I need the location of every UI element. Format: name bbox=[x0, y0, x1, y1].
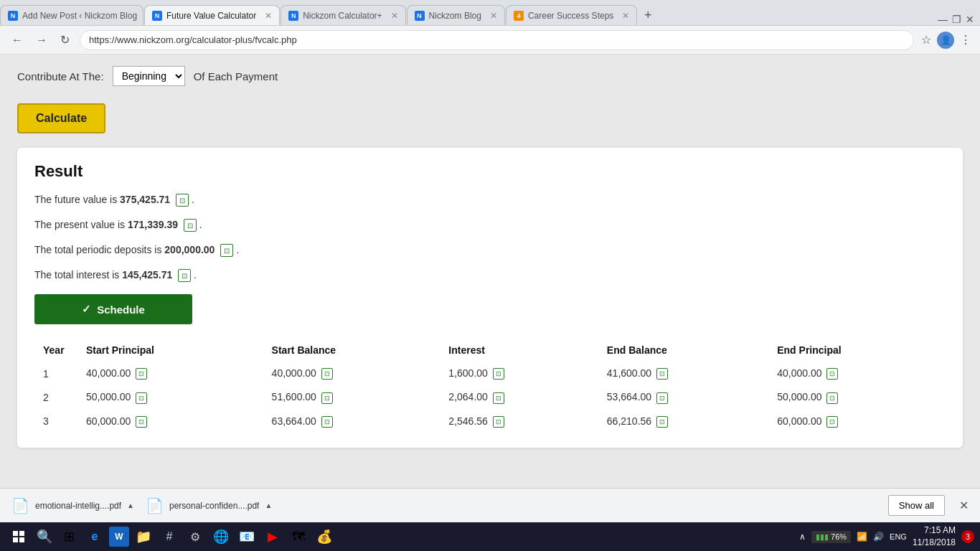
schedule-button[interactable]: ✓ Schedule bbox=[34, 294, 192, 324]
col-start-principal: Start Principal bbox=[77, 339, 263, 362]
notification-badge[interactable]: 3 bbox=[961, 530, 974, 543]
show-all-button[interactable]: Show all bbox=[888, 495, 945, 516]
clock: 7:15 AM 11/18/2018 bbox=[913, 524, 956, 549]
restore-button[interactable]: ❐ bbox=[952, 14, 961, 25]
taskbar-email[interactable]: 📧 bbox=[235, 525, 258, 548]
deposits-label: The total periodic deposits is bbox=[34, 244, 161, 255]
forward-button[interactable]: → bbox=[33, 31, 50, 50]
contribute-suffix: Of Each Payment bbox=[194, 70, 278, 83]
deposits-line: The total periodic deposits is 200,000.0… bbox=[34, 242, 946, 258]
tab-career-success[interactable]: 4 Career Success Steps ✕ bbox=[506, 5, 637, 25]
taskbar-calculator[interactable]: # bbox=[158, 525, 181, 548]
copy-icon-end_principal[interactable]: ⊡ bbox=[826, 392, 838, 404]
download-arrow-1[interactable]: ▲ bbox=[127, 501, 134, 509]
col-end-principal: End Principal bbox=[768, 339, 946, 362]
copy-icon-end_balance[interactable]: ⊡ bbox=[656, 416, 668, 428]
taskbar-maps[interactable]: 🗺 bbox=[287, 525, 310, 548]
col-year: Year bbox=[34, 339, 77, 362]
result-title: Result bbox=[34, 162, 946, 181]
windows-icon bbox=[13, 531, 24, 542]
copy-icon-start_principal[interactable]: ⊡ bbox=[136, 416, 147, 428]
download-file-icon-1: 📄 bbox=[11, 497, 29, 514]
start-button[interactable] bbox=[6, 524, 32, 550]
copy-icon-interest[interactable]: ⊡ bbox=[493, 392, 504, 404]
cell-year: 3 bbox=[34, 410, 77, 433]
taskbar-files[interactable]: 📁 bbox=[132, 525, 155, 548]
taskbar: 🔍 ⊞ e W 📁 # ⚙ 🌐 📧 ▶ 🗺 💰 ∧ ▮▮▮ 76% 📶 🔊 EN… bbox=[0, 522, 980, 551]
copy-icon-start_balance[interactable]: ⊡ bbox=[321, 368, 333, 380]
tab-future-value[interactable]: N Future Value Calculator ✕ bbox=[144, 5, 280, 25]
browser-frame: N Add New Post ‹ Nickzom Blog ✕ N Future… bbox=[0, 0, 980, 551]
cell-interest: 1,600.00 ⊡ bbox=[440, 362, 598, 385]
cell-start_principal: 50,000.00 ⊡ bbox=[77, 385, 263, 409]
profile-icon[interactable]: 👤 bbox=[937, 32, 954, 49]
table-row: 360,000.00 ⊡63,664.00 ⊡2,546.56 ⊡66,210.… bbox=[34, 410, 946, 433]
tab-label-3: Nickzom Calculator+ bbox=[303, 11, 382, 21]
future-value-label: The future value is bbox=[34, 194, 117, 205]
close-button[interactable]: ✕ bbox=[966, 14, 974, 25]
interest-copy-icon[interactable]: ⊡ bbox=[178, 269, 191, 282]
future-value-copy-icon[interactable]: ⊡ bbox=[176, 194, 189, 207]
tab-close-5[interactable]: ✕ bbox=[618, 11, 629, 21]
tab-close-3[interactable]: ✕ bbox=[387, 11, 398, 21]
tab-close-2[interactable]: ✕ bbox=[260, 11, 272, 21]
taskbar-settings[interactable]: ⚙ bbox=[184, 525, 207, 548]
tray-arrow[interactable]: ∧ bbox=[799, 532, 806, 542]
copy-icon-end_balance[interactable]: ⊡ bbox=[656, 368, 668, 380]
tab-label-1: Add New Post ‹ Nickzom Blog bbox=[22, 11, 137, 21]
taskbar-money[interactable]: 💰 bbox=[313, 525, 336, 548]
taskbar-chrome[interactable]: 🌐 bbox=[209, 525, 232, 548]
tab-bar: N Add New Post ‹ Nickzom Blog ✕ N Future… bbox=[0, 0, 980, 26]
copy-icon-end_balance[interactable]: ⊡ bbox=[656, 392, 668, 404]
cell-start_balance: 51,600.00 ⊡ bbox=[263, 385, 440, 409]
tab-close-4[interactable]: ✕ bbox=[486, 11, 497, 21]
calculate-button[interactable]: Calculate bbox=[17, 103, 105, 133]
contribute-select[interactable]: Beginning End bbox=[113, 66, 185, 86]
copy-icon-interest[interactable]: ⊡ bbox=[493, 416, 504, 428]
cell-end_principal: 40,000.00 ⊡ bbox=[768, 362, 946, 385]
tab-add-new-post[interactable]: N Add New Post ‹ Nickzom Blog ✕ bbox=[0, 5, 143, 25]
taskbar-play[interactable]: ▶ bbox=[261, 525, 284, 548]
copy-icon-start_principal[interactable]: ⊡ bbox=[136, 368, 147, 380]
cell-year: 2 bbox=[34, 385, 77, 409]
copy-icon-end_principal[interactable]: ⊡ bbox=[826, 368, 838, 380]
tab-nickzom-blog[interactable]: N Nickzom Blog ✕ bbox=[407, 5, 505, 25]
cell-start_principal: 60,000.00 ⊡ bbox=[77, 410, 263, 433]
copy-icon-start_principal[interactable]: ⊡ bbox=[136, 392, 147, 404]
refresh-button[interactable]: ↻ bbox=[57, 30, 72, 50]
cell-end_balance: 41,600.00 ⊡ bbox=[598, 362, 768, 385]
present-value-copy-icon[interactable]: ⊡ bbox=[184, 219, 197, 232]
col-interest: Interest bbox=[440, 339, 598, 362]
bookmark-icon[interactable]: ☆ bbox=[921, 33, 931, 47]
tab-nickzom-plus[interactable]: N Nickzom Calculator+ ✕ bbox=[281, 5, 405, 25]
taskbar-search[interactable]: 🔍 bbox=[34, 525, 55, 548]
address-input[interactable] bbox=[80, 30, 914, 50]
interest-label: The total interest is bbox=[34, 269, 119, 281]
download-bar-close-icon[interactable]: ✕ bbox=[959, 499, 969, 512]
copy-icon-start_balance[interactable]: ⊡ bbox=[321, 416, 333, 428]
download-file-icon-2: 📄 bbox=[146, 497, 164, 514]
lang-indicator[interactable]: ENG bbox=[890, 532, 907, 541]
taskbar-edge[interactable]: e bbox=[83, 525, 106, 548]
back-button[interactable]: ← bbox=[9, 31, 26, 50]
battery-indicator: ▮▮▮ 76% bbox=[811, 531, 851, 543]
cell-end_balance: 66,210.56 ⊡ bbox=[598, 410, 768, 433]
table-row: 140,000.00 ⊡40,000.00 ⊡1,600.00 ⊡41,600.… bbox=[34, 362, 946, 385]
deposits-copy-icon[interactable]: ⊡ bbox=[220, 244, 233, 257]
download-arrow-2[interactable]: ▲ bbox=[265, 501, 272, 509]
download-item-2: 📄 personal-confiden....pdf ▲ bbox=[146, 497, 272, 514]
minimize-button[interactable]: — bbox=[938, 14, 948, 25]
copy-icon-start_balance[interactable]: ⊡ bbox=[321, 392, 333, 404]
copy-icon-interest[interactable]: ⊡ bbox=[493, 368, 504, 380]
taskbar-task-view[interactable]: ⊞ bbox=[57, 525, 80, 548]
new-tab-button[interactable]: + bbox=[638, 5, 658, 25]
download-bar: 📄 emotional-intellig....pdf ▲ 📄 personal… bbox=[0, 488, 980, 522]
menu-icon[interactable]: ⋮ bbox=[960, 33, 971, 47]
schedule-chevron-icon: ✓ bbox=[82, 303, 91, 316]
page-content: Contribute At The: Beginning End Of Each… bbox=[0, 55, 980, 522]
tab-favicon-2: N bbox=[152, 11, 162, 21]
taskbar-word[interactable]: W bbox=[109, 527, 129, 547]
contribute-row: Contribute At The: Beginning End Of Each… bbox=[17, 66, 963, 86]
tab-close-1[interactable]: ✕ bbox=[141, 11, 143, 21]
copy-icon-end_principal[interactable]: ⊡ bbox=[826, 416, 838, 428]
